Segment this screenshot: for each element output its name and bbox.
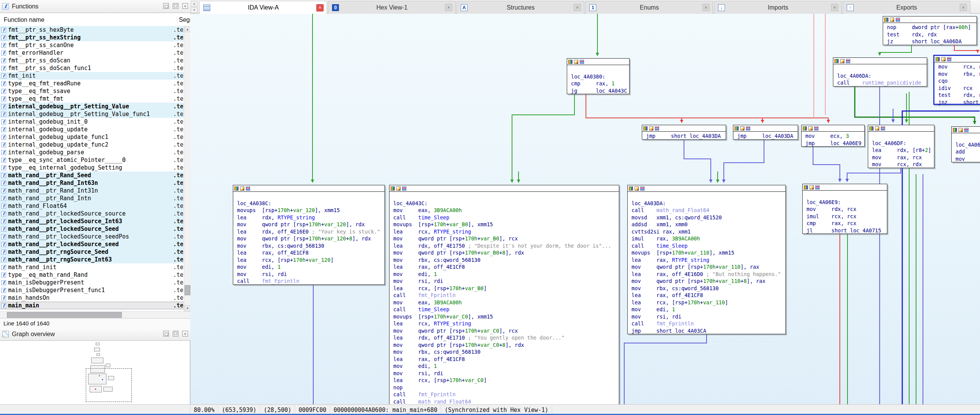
function-row[interactable]: ffmt__ptr_ss_hexString.text <box>0 34 184 41</box>
tab-close-icon[interactable]: × <box>445 4 452 11</box>
node-edit-icon[interactable] <box>808 126 813 131</box>
function-row[interactable]: fmath_rand__ptr_Rand_Int63n.text <box>0 179 184 187</box>
function-row[interactable]: fmath_rand__ptr_Rand_Int31n.text <box>0 187 184 194</box>
function-row[interactable]: fmath_rand__ptr_lockedSource_seedPos.tex… <box>0 233 184 240</box>
tab-exports[interactable]: ↑Exports× <box>843 1 970 14</box>
function-row[interactable]: fmain_main.text <box>0 302 184 309</box>
tab-close-icon[interactable]: × <box>960 4 967 11</box>
node-edit-icon[interactable] <box>890 18 894 22</box>
node-group-icon[interactable] <box>947 57 951 61</box>
graph-node-titlebar[interactable] <box>567 59 629 65</box>
graph-node-loc_4A06A5[interactable]: loc_4A06A5:add rdx, raxmov rax, rdx <box>951 126 980 162</box>
graph-node-titlebar[interactable] <box>883 16 977 23</box>
column-header-function-name[interactable]: Function name <box>4 16 177 23</box>
graph-node-titlebar[interactable] <box>934 56 980 62</box>
node-group-icon[interactable] <box>402 186 406 191</box>
function-row[interactable]: fmath_rand__ptr_lockedSource_Seed.text <box>0 225 184 233</box>
node-color-icon[interactable] <box>953 128 957 132</box>
node-color-icon[interactable] <box>643 126 648 131</box>
node-edit-icon[interactable] <box>649 126 653 131</box>
node-group-icon[interactable] <box>655 126 659 131</box>
function-row[interactable]: ftype__eq_sync_atomic_Pointer_____0.text <box>0 156 184 164</box>
function-row[interactable]: ffmt__ptr_ss_hexByte.text <box>0 26 184 34</box>
tab-imports[interactable]: ↓Imports× <box>714 1 842 14</box>
node-edit-icon[interactable] <box>875 126 879 131</box>
function-row[interactable]: ffmt__ptr_ss_doScan.text <box>0 57 184 64</box>
column-header-segment[interactable]: Segm <box>177 16 190 23</box>
function-row[interactable]: fmain_isDebuggerPresent.text <box>0 279 184 286</box>
tab-close-icon[interactable]: × <box>316 4 324 11</box>
node-group-icon[interactable] <box>815 185 820 190</box>
node-group-icon[interactable] <box>964 128 969 132</box>
node-group-icon[interactable] <box>896 18 900 22</box>
graph-node-node_jmp_short[interactable]: jmp short loc_4A03DA <box>642 125 726 140</box>
function-row[interactable]: ffmt__ptr_ss_doScan_func1.text <box>0 64 184 72</box>
graph-node-loc_4A06DA[interactable]: loc_4A06DA:call runtime_panicdivide <box>833 57 927 87</box>
node-edit-icon[interactable] <box>635 186 639 191</box>
graph-node-titlebar[interactable] <box>802 125 864 132</box>
node-group-icon[interactable] <box>881 126 885 131</box>
node-color-icon[interactable] <box>234 186 239 191</box>
vertical-scroll-thumb[interactable] <box>185 285 190 295</box>
function-row[interactable]: fmain_isDebuggerPresent_func1.text <box>0 286 184 294</box>
ida-graph-view[interactable]: loc_4A038C:movups [rsp+170h+var_120], xm… <box>190 14 980 404</box>
node-color-icon[interactable] <box>884 18 888 22</box>
function-row[interactable]: ffmt_errorHandler.text <box>0 49 184 57</box>
graph-node-loc_4A06DF[interactable]: loc_4A06DF:lea rdx, [r8+2]mov rax, rcxmo… <box>868 125 934 168</box>
graph-node-titlebar[interactable] <box>803 184 887 191</box>
node-edit-icon[interactable] <box>810 185 814 190</box>
node-edit-icon[interactable] <box>840 59 844 63</box>
node-edit-icon[interactable] <box>396 186 401 191</box>
graph-node-loc_4A043C[interactable]: loc_4A043C:mov eax, 3B9ACA00hcall time_S… <box>389 185 619 404</box>
function-row[interactable]: ffmt__ptr_ss_scanOne.text <box>0 41 184 49</box>
graph-node-titlebar[interactable] <box>628 185 785 192</box>
node-color-icon[interactable] <box>936 57 940 61</box>
function-row[interactable]: ftype__eq_internal_godebug_Setting.text <box>0 164 184 172</box>
functions-vertical-scrollbar[interactable]: ▲ ▼ <box>184 26 190 311</box>
graph-node-titlebar[interactable] <box>868 125 934 132</box>
node-color-icon[interactable] <box>568 60 573 64</box>
node-color-icon[interactable] <box>391 186 395 191</box>
function-row[interactable]: finternal_godebug_update_func2.text <box>0 141 184 149</box>
graph-node-titlebar[interactable] <box>642 125 726 132</box>
node-color-icon[interactable] <box>804 185 808 190</box>
scroll-up-icon[interactable]: ▲ <box>184 26 191 32</box>
function-row[interactable]: ftype__eq_fmt_readRune.text <box>0 80 184 87</box>
restore-panel-icon[interactable] <box>163 3 169 9</box>
function-row[interactable]: ftype__eq_fmt_ssave.text <box>0 87 184 95</box>
graph-node-loc_4A03DA[interactable]: loc_4A03DA:call math_rand_Float64movsd x… <box>627 185 786 334</box>
node-color-icon[interactable] <box>735 126 739 131</box>
horizontal-scroll-thumb[interactable] <box>7 312 122 318</box>
node-group-icon[interactable] <box>746 126 750 131</box>
tab-scroll-up-icon[interactable]: ▲ <box>191 1 198 7</box>
graph-node-titlebar[interactable] <box>833 58 927 64</box>
restore-panel-icon[interactable] <box>163 331 169 337</box>
function-row[interactable]: fmain_handsOn.text <box>0 294 184 302</box>
graph-node-titlebar[interactable] <box>389 185 619 192</box>
graph-node-node_nop[interactable]: nop dword ptr [rax+00h]test rdx, rdxjz s… <box>883 16 977 45</box>
function-row[interactable]: fmath_rand__ptr_rngSource_Int63.text <box>0 256 184 263</box>
tab-ida-view-a[interactable]: IDA View-A× <box>199 1 327 14</box>
graph-node-titlebar[interactable] <box>952 127 980 133</box>
function-row[interactable]: fmath_rand_Float64.text <box>0 202 184 210</box>
graph-overview-minimap[interactable] <box>0 341 190 404</box>
tab-close-icon[interactable]: × <box>702 4 710 11</box>
node-group-icon[interactable] <box>640 186 645 191</box>
tab-scroll-down-icon[interactable]: ▼ <box>191 7 198 13</box>
function-row[interactable]: fmath_rand__ptr_lockedSource_Int63.text <box>0 217 184 225</box>
minimap-viewport-rect[interactable] <box>86 368 132 402</box>
function-row[interactable]: finternal_godebug_update_func1.text <box>0 133 184 141</box>
node-group-icon[interactable] <box>846 59 850 63</box>
tab-hex-view-1[interactable]: 0Hex View-1× <box>328 1 456 14</box>
tab-enums[interactable]: 1Enums× <box>585 1 713 14</box>
tab-close-icon[interactable]: × <box>574 4 581 11</box>
node-edit-icon[interactable] <box>574 60 578 64</box>
node-color-icon[interactable] <box>629 186 633 191</box>
close-panel-icon[interactable]: × <box>182 3 188 9</box>
function-row[interactable]: finternal_godebug__ptr_Setting_Value_fun… <box>0 110 184 118</box>
node-group-icon[interactable] <box>814 126 818 131</box>
close-panel-icon[interactable]: × <box>182 331 188 337</box>
graph-node-loc_4A038C[interactable]: loc_4A038C:movups [rsp+170h+var_120], xm… <box>233 185 385 285</box>
tab-close-icon[interactable]: × <box>831 4 838 11</box>
function-row[interactable]: ftype__eq_fmt_fmt.text <box>0 95 184 103</box>
